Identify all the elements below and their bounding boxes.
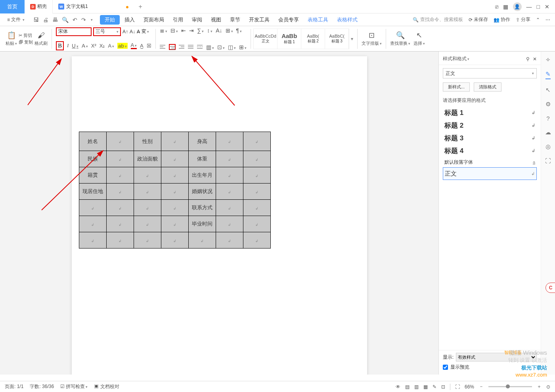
cell[interactable]: ↲ <box>134 184 161 200</box>
rail-help-icon[interactable]: ? <box>546 115 549 122</box>
style-list-item-parafont[interactable]: 默认段落字体a <box>443 157 537 167</box>
cell[interactable]: ↲ <box>161 200 188 216</box>
superscript-button[interactable]: X² <box>91 43 96 49</box>
menu-tab-insert[interactable]: 插入 <box>121 15 139 25</box>
numbering-icon[interactable]: ⊟▾ <box>170 27 178 34</box>
cell[interactable]: ↲ <box>216 132 243 151</box>
cell[interactable]: 毕业时间 <box>188 216 216 232</box>
tab-home[interactable]: 首页 <box>0 0 25 13</box>
bold-button[interactable]: B <box>56 41 64 50</box>
window-close-button[interactable]: ✕ <box>545 4 549 10</box>
char-shading-button[interactable]: ☒ <box>147 43 151 49</box>
menu-tab-start[interactable]: 开始 <box>100 15 120 25</box>
cell[interactable]: ↲ <box>243 132 270 151</box>
zoom-value[interactable]: 66% <box>465 384 474 390</box>
cell[interactable]: ↲ <box>243 151 270 167</box>
cell[interactable]: ↲ <box>216 232 243 249</box>
user-avatar[interactable]: 👤 <box>513 2 522 11</box>
align-center-icon[interactable] <box>169 44 176 50</box>
undo-icon[interactable]: ↶ <box>73 17 77 23</box>
cell[interactable]: ↲ <box>161 216 188 232</box>
rail-location-icon[interactable]: ◎ <box>545 143 551 150</box>
font-shrink-icon[interactable]: A↓ <box>130 29 135 34</box>
cut-button[interactable]: ✂ 剪切 <box>19 33 33 38</box>
styles-gallery[interactable]: AaBbCcDd正文 AaBb标题 1 AaBb(标题 2 AaBbC(标题 3 <box>253 29 349 49</box>
font-color-button[interactable]: A▾ <box>131 42 137 49</box>
style-list-item[interactable]: 标题 2↲ <box>443 119 537 132</box>
font-size-combo[interactable]: 三号▾ <box>93 27 121 36</box>
form-table[interactable]: 姓名↲ 性别↲ 身高↲↲ 民族↲ 政治面貌↲ 体重↲↲ 籍贯↲ ↲↲ 出生年月↲… <box>79 132 271 249</box>
spell-check-toggle[interactable]: ☑ 拼写检查▾ <box>60 383 88 390</box>
highlight-button[interactable]: ab▾ <box>117 43 127 49</box>
outdent-icon[interactable]: ⇤ <box>181 27 186 34</box>
cell[interactable]: ↲ <box>216 200 243 216</box>
rail-styles-icon[interactable]: ✎ <box>545 71 551 79</box>
command-search[interactable]: 🔍 查找命令、搜索模板 <box>413 16 463 23</box>
cell[interactable]: ↲ <box>106 132 134 151</box>
document-area[interactable]: 姓名↲ 性别↲ 身高↲↲ 民族↲ 政治面貌↲ 体重↲↲ 籍贯↲ ↲↲ 出生年月↲… <box>0 52 438 375</box>
shading-icon[interactable]: ◫▾ <box>228 44 236 50</box>
panel-close-icon[interactable]: ✕ <box>533 56 537 62</box>
clear-format-button[interactable]: 清除格式 <box>474 82 501 92</box>
align-right-icon[interactable] <box>179 44 185 50</box>
print-icon[interactable]: 🖶 <box>52 17 58 23</box>
align-left-icon[interactable] <box>160 44 166 50</box>
eye-icon[interactable]: 👁 <box>396 384 400 390</box>
cell[interactable]: ↲ <box>161 167 188 184</box>
zoom-fit-icon[interactable]: ⊙ <box>546 384 550 390</box>
italic-button[interactable]: I <box>67 42 69 49</box>
panel-pin-icon[interactable]: ⚲ <box>526 56 530 62</box>
cell[interactable]: ↲ <box>106 216 134 232</box>
strike-button[interactable]: A̵▾ <box>82 43 88 49</box>
menu-tab-pagelayout[interactable]: 页面布局 <box>140 15 168 25</box>
styles-scroll-icon[interactable]: ▾ <box>349 36 355 42</box>
web-layout-icon[interactable]: ▦ <box>423 384 428 390</box>
cell[interactable]: ↲ <box>216 184 243 200</box>
apps-icon[interactable]: ▦ <box>503 4 508 10</box>
cell[interactable]: ↲ <box>161 151 188 167</box>
cell[interactable]: ↲ <box>161 184 188 200</box>
cell[interactable]: ↲ <box>216 167 243 184</box>
show-para-icon[interactable]: ¶▾ <box>236 27 242 34</box>
line-spacing-icon[interactable]: ↕▾ <box>207 27 212 34</box>
phonetic-icon[interactable]: 変▾ <box>142 28 149 35</box>
read-mode-icon[interactable]: ▤ <box>405 384 410 390</box>
cell[interactable]: ↲ <box>106 167 134 184</box>
redo-icon[interactable]: ↷ <box>81 17 86 23</box>
rail-settings-icon[interactable]: ⚙ <box>545 101 551 108</box>
cell[interactable]: ↲ <box>106 184 134 200</box>
char-scale-icon[interactable]: ∑▾ <box>197 27 204 34</box>
copy-button[interactable]: 🗐 复制 <box>19 39 33 45</box>
current-style-combo[interactable]: 正文▾ <box>443 68 537 78</box>
cell[interactable]: ↲ <box>79 232 106 249</box>
char-border-button[interactable]: A̲ <box>140 43 144 49</box>
cell[interactable]: ↲ <box>134 167 161 184</box>
paste-button[interactable]: 📋粘贴▾ <box>4 30 19 47</box>
menu-tab-chapter[interactable]: 章节 <box>226 15 244 25</box>
export-icon[interactable]: 🖨 <box>43 17 48 23</box>
align-justify-icon[interactable] <box>188 44 194 50</box>
style-item-h3[interactable]: AaBbC(标题 3 <box>325 29 349 49</box>
cell[interactable]: 联系方式 <box>188 200 216 216</box>
file-menu[interactable]: ≡ 文件▾ <box>5 16 27 23</box>
clear-format-icon[interactable]: A̶ <box>137 29 140 34</box>
select-button[interactable]: ↖选择▾ <box>412 30 427 47</box>
new-style-button[interactable]: 新样式... <box>443 82 470 92</box>
ribbon-collapse-icon[interactable]: ⌃ <box>536 17 540 23</box>
fit-icon[interactable]: ⛶ <box>455 384 460 390</box>
zoom-out-icon[interactable]: － <box>479 383 484 390</box>
unsaved-indicator[interactable]: ⟳ 未保存 <box>469 16 488 23</box>
cell[interactable]: ↲ <box>134 216 161 232</box>
cell[interactable]: ↲ <box>243 216 270 232</box>
borders-icon[interactable]: ⊞▾ <box>239 44 247 50</box>
underline-button[interactable]: U▾ <box>72 43 78 49</box>
zoom-slider[interactable] <box>488 386 532 387</box>
menu-tab-view[interactable]: 视图 <box>207 15 225 25</box>
align-distribute-icon[interactable] <box>197 44 203 50</box>
text-effect-button[interactable]: A▾ <box>108 43 114 49</box>
tab-document[interactable]: W 文字文稿1 ● <box>53 0 134 13</box>
find-replace-button[interactable]: 🔍查找替换▾ <box>388 30 412 47</box>
rail-templates-icon[interactable]: ✧ <box>545 56 551 63</box>
sort-icon[interactable]: A↓ <box>216 27 222 34</box>
proofing-toggle[interactable]: ▣ 文档校对 <box>94 383 119 390</box>
